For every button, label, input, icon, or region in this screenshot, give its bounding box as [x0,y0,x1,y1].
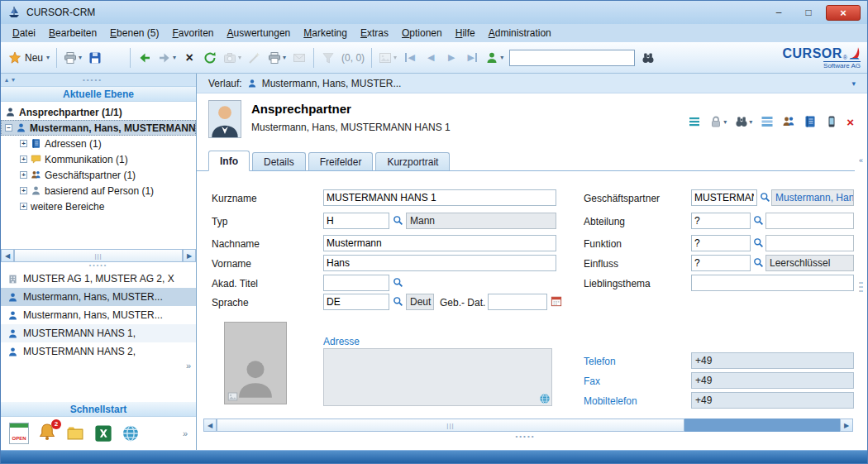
sidebar-collapse-down-icon[interactable]: ▾ [10,76,17,84]
overview-button[interactable] [688,115,701,128]
excel-button[interactable] [94,424,112,442]
tab-freifelder[interactable]: Freifelder [308,152,374,170]
main-splitter-handle[interactable]: ••••• [197,433,854,440]
sidebar-splitter-handle[interactable]: ••••• [1,262,196,270]
abteilung-input[interactable] [691,213,751,229]
scroll-thumb[interactable]: ||| [217,419,684,432]
print-dropdown-icon[interactable]: ▾ [79,54,82,61]
geschaeftspartner-input[interactable] [691,189,757,206]
relations-button[interactable] [761,115,774,128]
tab-kurzportrait[interactable]: Kurzportrait [375,152,450,170]
tree-item-adressen[interactable]: + Adressen (1) [16,136,196,151]
minimize-button[interactable]: – [766,5,791,21]
list-item[interactable]: MUSTER AG 1, MUSTER AG 2, X [1,270,196,288]
image-dropdown-icon[interactable]: ▾ [393,54,397,61]
tree-item-kommunikation[interactable]: + Kommunikation (1) [16,151,196,167]
list-item[interactable]: Mustermann, Hans, MUSTER... [1,306,196,324]
einfluss-lookup-icon[interactable] [753,257,764,268]
phone-button[interactable] [825,115,838,128]
nav-next-button[interactable]: ▶ [441,47,461,69]
nav-last-button[interactable]: ▶ [462,47,482,69]
mobiltelefon-field[interactable]: +49 [691,392,854,409]
scroll-right-button[interactable]: ▶ [183,249,196,262]
print-list-button[interactable]: ▾ [265,47,289,69]
quickstart-more-button[interactable]: » [183,428,188,438]
history-dropdown-icon[interactable]: ▾ [851,79,856,88]
tree-root-ansprechpartner[interactable]: Ansprechpartner (1/1) [1,104,196,120]
close-record-button[interactable]: × [847,116,854,128]
scroll-track[interactable] [684,419,840,432]
search-dropdown-icon[interactable]: ▾ [749,118,752,126]
notifications-button[interactable]: 2 [38,423,56,444]
menu-optionen[interactable]: Optionen [395,26,449,41]
expand-icon[interactable]: + [20,155,27,163]
close-button[interactable]: × [826,5,861,21]
open-calendar-button[interactable]: OPEN [9,423,29,444]
folder-button[interactable] [65,424,85,442]
image-button[interactable]: ▾ [376,47,399,69]
collapse-right-panel-button[interactable]: « [855,156,867,165]
geschaeftspartner-lookup-icon[interactable] [760,192,770,203]
list-item[interactable]: MUSTERMANN HANS 2, [1,342,196,361]
list-item[interactable]: Mustermann, Hans, MUSTER... [1,288,196,306]
delete-button[interactable] [106,47,126,69]
snapshot-dropdown-icon[interactable]: ▾ [238,54,241,61]
sprache-input[interactable] [323,294,389,310]
expand-icon[interactable]: + [20,171,27,179]
dossier-button[interactable] [804,115,817,128]
menu-bearbeiten[interactable]: Bearbeiten [42,26,103,41]
tab-info[interactable]: Info [208,151,250,171]
record-search-button[interactable]: ▾ [735,115,752,128]
tab-details[interactable]: Details [252,152,306,170]
tree-item-selected-record[interactable]: − Mustermann, Hans, MUSTERMANN [1,120,196,136]
menu-hilfe[interactable]: Hilfe [449,26,482,41]
print-list-dropdown-icon[interactable]: ▾ [283,54,286,61]
cancel-button[interactable]: × [179,47,199,69]
einfluss-input[interactable] [691,255,751,271]
snapshot-button[interactable]: ▾ [221,47,244,69]
contacts-button[interactable] [782,115,795,128]
collapse-expander-icon[interactable]: − [5,124,12,132]
geb-dat-input[interactable] [488,294,547,310]
menu-datei[interactable]: Datei [6,26,42,41]
expand-icon[interactable]: + [20,187,27,194]
web-button[interactable] [122,424,140,442]
geschaeftspartner-link[interactable]: Mustermann, Han... [771,189,854,206]
tree-item-geschaeftspartner[interactable]: + Geschäftspartner (1) [16,167,196,183]
sidebar-collapse-up-icon[interactable]: ▴ [3,76,10,84]
funktion-input[interactable] [691,235,751,251]
photo-stamp-icon[interactable] [227,391,238,402]
calendar-icon[interactable] [551,295,562,307]
typ-input[interactable] [323,213,389,229]
menu-extras[interactable]: Extras [354,26,395,41]
lock-dropdown-icon[interactable]: ▾ [723,118,727,126]
menu-favoriten[interactable]: Favoriten [165,26,220,41]
list-more-button[interactable]: » [186,361,191,371]
menu-auswertungen[interactable]: Auswertungen [221,26,298,41]
menu-administration[interactable]: Administration [482,26,558,41]
maximize-button[interactable]: □ [796,5,821,21]
contact-avatar[interactable] [208,100,241,138]
scroll-left-button[interactable]: ◀ [1,249,14,262]
person-search-button[interactable]: ▾ [483,47,506,69]
forward-dropdown-icon[interactable]: ▾ [173,54,176,61]
lock-button[interactable]: ▾ [709,115,727,128]
mail-button[interactable] [289,47,309,69]
vorname-input[interactable] [323,255,556,271]
nachname-input[interactable] [323,235,556,251]
kurzname-input[interactable] [323,189,556,206]
telefon-field[interactable]: +49 [691,352,854,369]
expand-icon[interactable]: + [20,140,27,147]
expand-icon[interactable]: + [20,203,27,210]
sprache-lookup-icon[interactable] [393,296,403,307]
refresh-button[interactable] [200,47,220,69]
akad-titel-input[interactable] [323,275,389,291]
scroll-left-button[interactable]: ◀ [203,419,217,432]
tree-item-basierend-auf-person[interactable]: + basierend auf Person (1) [16,183,196,199]
scroll-right-button[interactable]: ▶ [840,419,853,432]
akad-titel-lookup-icon[interactable] [393,277,403,288]
nav-first-button[interactable]: ◀ [400,47,420,69]
map-globe-icon[interactable] [539,393,551,404]
nav-prev-button[interactable]: ◀ [421,47,441,69]
sidebar-drag-handle[interactable]: ••••• [17,76,169,84]
